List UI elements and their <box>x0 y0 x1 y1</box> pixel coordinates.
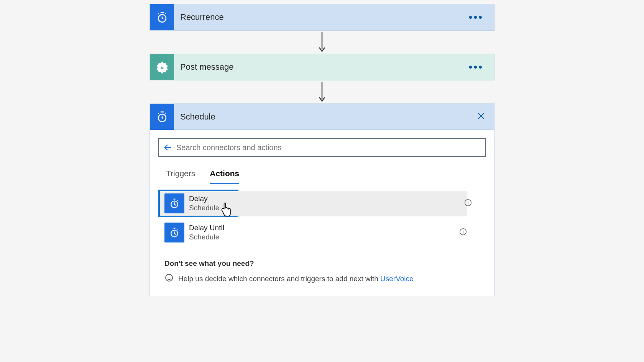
schedule-icon <box>150 104 174 130</box>
recurrence-title: Recurrence <box>174 12 224 22</box>
flow-arrow <box>317 80 327 103</box>
tab-triggers[interactable]: Triggers <box>166 165 195 184</box>
info-icon[interactable] <box>464 198 472 208</box>
svg-point-11 <box>468 201 468 201</box>
action-delay-until-title: Delay Until <box>189 224 224 232</box>
help-heading: Don't see what you need? <box>164 259 486 268</box>
actions-list: Delay Schedule <box>158 190 486 246</box>
post-message-card[interactable]: # Post message ••• <box>150 54 495 80</box>
info-icon[interactable] <box>459 228 467 238</box>
action-delay-title: Delay <box>189 195 219 203</box>
stopwatch-icon <box>164 223 184 242</box>
smile-icon <box>164 273 174 284</box>
tabs: Triggers Actions <box>158 165 486 184</box>
svg-point-15 <box>463 230 463 231</box>
post-message-icon: # <box>150 54 174 80</box>
schedule-title: Schedule <box>174 112 215 122</box>
back-arrow-icon[interactable] <box>163 143 173 152</box>
post-message-menu[interactable]: ••• <box>469 66 483 69</box>
schedule-panel-header: Schedule <box>150 104 494 130</box>
stopwatch-icon <box>164 193 184 213</box>
svg-point-16 <box>166 274 172 281</box>
close-button[interactable] <box>476 111 486 122</box>
action-delay-until[interactable]: Delay Until Schedule <box>158 219 469 246</box>
help-text: Help us decide which connectors and trig… <box>178 275 380 283</box>
help-section: Don't see what you need? Help us decide … <box>158 259 486 284</box>
search-box[interactable] <box>158 138 486 157</box>
search-input[interactable] <box>176 143 481 152</box>
uservoice-link[interactable]: UserVoice <box>380 275 414 283</box>
schedule-panel: Schedule Trigger <box>150 103 495 296</box>
svg-point-17 <box>168 277 168 277</box>
action-delay[interactable]: Delay Schedule <box>158 190 238 217</box>
svg-text:#: # <box>161 65 164 70</box>
svg-point-18 <box>170 277 171 277</box>
recurrence-menu[interactable]: ••• <box>469 16 483 19</box>
recurrence-icon <box>150 4 174 30</box>
post-message-title: Post message <box>174 62 233 72</box>
recurrence-card[interactable]: Recurrence ••• <box>150 4 495 31</box>
action-delay-until-sub: Schedule <box>189 233 224 241</box>
action-delay-sub: Schedule <box>189 204 219 212</box>
flow-arrow <box>317 31 327 54</box>
tab-actions[interactable]: Actions <box>210 165 239 184</box>
